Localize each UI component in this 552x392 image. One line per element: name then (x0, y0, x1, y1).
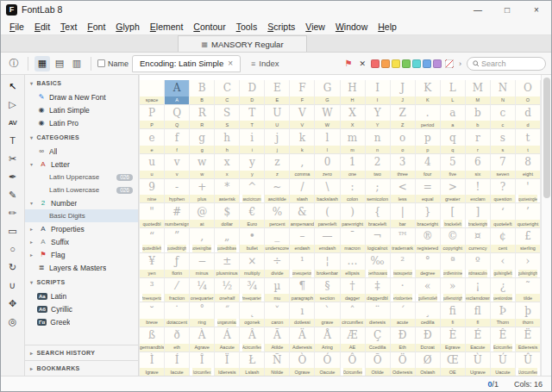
glyph-cell-period[interactable]: .period (416, 105, 441, 130)
glyph-cell-AE[interactable]: ÆAE (341, 327, 366, 352)
glyph-cell-daggerdbl[interactable]: ‡daggerdbl (366, 278, 391, 303)
glyph-cell-quotedblleft[interactable]: “quotedblleft (140, 228, 165, 253)
color-swatch-6[interactable] (433, 59, 442, 68)
glyph-cell-dagger[interactable]: †dagger (341, 278, 366, 303)
glyph-cell-A[interactable]: AA (165, 80, 190, 105)
menu-item-help[interactable]: Help (373, 22, 402, 32)
glyph-cell-endash[interactable]: –endash (290, 228, 315, 253)
panel-section-search-history[interactable]: ▸SEARCH HISTORY (25, 345, 138, 360)
ellipse-tool[interactable]: ○ (4, 241, 22, 257)
panel-section-basics[interactable]: ▾BASICS (25, 75, 138, 90)
glyph-cell-four[interactable]: 4four (416, 154, 441, 179)
glyph-cell-Otilde[interactable]: ÕOtilde (366, 352, 391, 377)
glyph-cell-z[interactable]: zz (265, 154, 290, 179)
glyph-cell-copyright[interactable]: ©copyright (441, 228, 466, 253)
glyph-cell-g[interactable]: gg (190, 129, 215, 154)
glyph-cell-v[interactable]: vv (165, 154, 190, 179)
glyph-cell-Ugrave[interactable]: ÙUgrave (466, 352, 491, 377)
glyph-cell-Egrave[interactable]: ÈEgrave (441, 327, 466, 352)
glyph-cell-acute[interactable]: ´acute (391, 302, 416, 327)
glyph-cell-brokenbar[interactable]: ¦brokenbar (315, 253, 340, 278)
name-toggle[interactable]: Name (97, 59, 129, 68)
glyph-cell-cedilla[interactable]: ¸cedilla (416, 302, 441, 327)
glyph-cell-M[interactable]: MM (466, 80, 491, 105)
view-mode-button-2[interactable]: ▥ (69, 56, 85, 72)
document-tab[interactable]: ▦ MANSORY Regular (178, 35, 307, 52)
glyph-cell-Euro[interactable]: €Euro (240, 203, 265, 228)
close-button[interactable]: × (522, 1, 551, 18)
glyph-cell-o[interactable]: oo (391, 129, 416, 154)
glyph-cell-f[interactable]: ff (165, 129, 190, 154)
glyph-cell-dollar[interactable]: $dollar (215, 203, 240, 228)
pen-tool[interactable]: ✒ (4, 169, 22, 184)
element-tool[interactable]: ▷ (4, 96, 22, 112)
glyph-cell-sterling[interactable]: £sterling (516, 228, 541, 253)
menu-item-element[interactable]: Element (145, 22, 189, 32)
glyph-cell-Q[interactable]: QQ (165, 105, 190, 130)
glyph-cell-hyphen[interactable]: -hyphen (165, 179, 190, 204)
glyph-cell-currency[interactable]: ¤currency (466, 228, 491, 253)
glyph-cell-fi[interactable]: ﬁfi (441, 302, 466, 327)
glyph-cell-Eth[interactable]: ÐEth (391, 327, 416, 352)
panel-item-latin-simple[interactable]: ◉Latin Simple (25, 103, 138, 116)
glyph-cell-numbersign[interactable]: #numbersign (165, 203, 190, 228)
glyph-cell-quotedblbase[interactable]: „quotedblbase (215, 228, 240, 253)
glyph-cell-B[interactable]: BB (190, 80, 215, 105)
panel-item-suffix[interactable]: ▸ASuffix (25, 235, 138, 248)
glyph-cell-l[interactable]: ll (315, 129, 340, 154)
glyph-cell-paragraph[interactable]: ¶paragraph (290, 278, 315, 303)
glyph-cell-dotlessi[interactable]: ıdotlessi (290, 302, 315, 327)
rectangle-tool[interactable]: ▭ (4, 223, 22, 239)
panel-item-flag[interactable]: ▸⚑Flag (25, 248, 138, 261)
glyph-cell-C[interactable]: CC (215, 80, 240, 105)
menu-item-glyph[interactable]: Glyph (110, 22, 144, 32)
glyph-cell-W[interactable]: WW (315, 105, 340, 130)
glyph-cell-i[interactable]: ii (240, 129, 265, 154)
glyph-cell-ordfeminine[interactable]: ªordfeminine (441, 253, 466, 278)
glyph-cell-eth[interactable]: ðeth (165, 327, 190, 352)
view-mode-button-0[interactable]: ▦ (34, 56, 50, 72)
glyph-cell-Ograve[interactable]: ÒOgrave (290, 352, 315, 377)
glyph-cell-Odieresis[interactable]: ÖOdieresis (391, 352, 416, 377)
glyph-cell-underscore[interactable]: _underscore (265, 228, 290, 253)
panel-section-bookmarks[interactable]: ▸BOOKMARKS (25, 360, 138, 376)
glyph-cell-e[interactable]: ee (140, 129, 165, 154)
glyph-cell-guillemotleft[interactable]: «guillemotleft (416, 278, 441, 303)
glyph-cell-quotesinglbase[interactable]: ‚quotesinglbase (190, 228, 215, 253)
glyph-cell-Uacute[interactable]: ÚUacute (491, 352, 516, 377)
panel-item-latin-uppercase[interactable]: Latin Uppercase026 (25, 171, 138, 184)
search-input[interactable] (481, 59, 540, 68)
red-flag-icon[interactable]: ⚑ (342, 59, 354, 68)
panel-item-number[interactable]: ▾2Number (25, 196, 138, 209)
glyph-cell-twosuperior[interactable]: ²twosuperior (391, 253, 416, 278)
index-tab[interactable]: ≡ Index (244, 55, 286, 72)
glyph-cell-Aring[interactable]: ÅAring (315, 327, 340, 352)
glyph-cell-three[interactable]: 3three (391, 154, 416, 179)
glyph-cell-Agrave[interactable]: ÀAgrave (190, 327, 215, 352)
color-swatch-0[interactable] (371, 59, 380, 68)
glyph-cell-Ucircumflex[interactable]: ÛUcircumflex (516, 352, 541, 377)
glyph-cell-Aacute[interactable]: ÁAacute (215, 327, 240, 352)
panel-section-scripts[interactable]: ▾SCRIPTS (25, 274, 138, 289)
glyph-cell-equal[interactable]: =equal (416, 179, 441, 204)
panel-item-letter[interactable]: ▾ALetter (25, 158, 138, 171)
glyph-cell-T[interactable]: TT (240, 105, 265, 130)
menu-item-text[interactable]: Text (55, 22, 82, 32)
glyph-cell-eight[interactable]: 8eight (516, 154, 541, 179)
glyph-cell-quotedblright[interactable]: ”quotedblright (165, 228, 190, 253)
expand-triangle-icon[interactable]: ▾ (30, 161, 35, 167)
glyph-cell-ellipsis[interactable]: …ellipsis (341, 253, 366, 278)
glyph-cell-t[interactable]: tt (516, 129, 541, 154)
glyph-cell-comma[interactable]: ,comma (290, 154, 315, 179)
glyph-cell-Iacute[interactable]: ÍIacute (165, 352, 190, 377)
glyph-cell-Idieresis[interactable]: ÏIdieresis (215, 352, 240, 377)
glyph-cell-seven[interactable]: 7seven (491, 154, 516, 179)
glyph-cell-S[interactable]: SS (215, 105, 240, 130)
glyph-cell-onequarter[interactable]: ¼onequarter (190, 278, 215, 303)
glyph-cell-m[interactable]: mm (341, 129, 366, 154)
expand-triangle-icon[interactable]: ▸ (30, 226, 35, 232)
glyph-cell-Ccedilla[interactable]: ÇCcedilla (366, 327, 391, 352)
expand-triangle-icon[interactable]: ▾ (30, 200, 35, 206)
color-swatch-5[interactable] (423, 59, 431, 68)
glyph-cell-q[interactable]: qq (441, 129, 466, 154)
